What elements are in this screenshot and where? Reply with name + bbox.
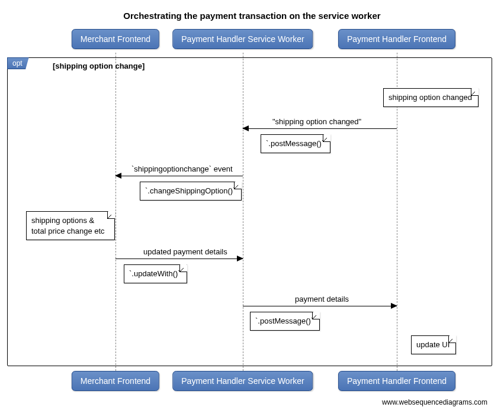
sequence-stage: opt [shipping option change] shipping op… [6, 53, 498, 371]
label-m4: payment details [295, 295, 349, 305]
arrow-m1 [243, 128, 397, 129]
participants-top: Merchant Frontend Payment Handler Servic… [6, 29, 498, 53]
note-change-shipping-option: `.changeShippingOption()` [140, 182, 242, 201]
participant-frontend-top: Payment Handler Frontend [338, 29, 455, 49]
note-post-message-1: `.postMessage()` [261, 134, 330, 153]
opt-guard: [shipping option change] [53, 62, 145, 70]
participant-worker-bottom: Payment Handler Service Worker [172, 371, 313, 391]
participant-merchant-top: Merchant Frontend [72, 29, 159, 49]
diagram-title: Orchestrating the payment transaction on… [6, 6, 498, 29]
note-update-with: `.updateWith()` [124, 264, 187, 283]
opt-tag: opt [7, 57, 29, 69]
label-m2: `shippingoptionchange` event [131, 164, 233, 175]
participant-merchant-bottom: Merchant Frontend [72, 371, 159, 391]
note-options-total: shipping options & total price change et… [26, 211, 115, 240]
arrow-m2 [115, 176, 243, 176]
participant-worker-top: Payment Handler Service Worker [172, 29, 313, 49]
note-shipping-changed: shipping option changed [383, 88, 479, 107]
participants-bottom: Merchant Frontend Payment Handler Servic… [6, 371, 498, 395]
label-m3: updated payment details [143, 247, 227, 257]
credit-text: www.websequencediagrams.com [6, 395, 498, 406]
label-m1: "shipping option changed" [272, 117, 361, 127]
note-update-ui: update UI [411, 335, 456, 354]
note-post-message-2: `.postMessage()` [250, 312, 320, 331]
participant-frontend-bottom: Payment Handler Frontend [338, 371, 455, 391]
arrow-m3 [115, 259, 243, 259]
arrow-m4 [243, 306, 397, 306]
